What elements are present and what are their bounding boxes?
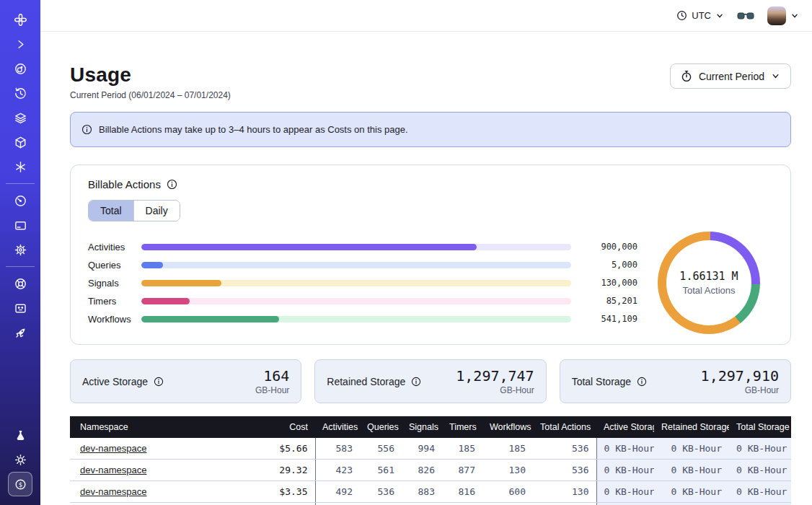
theme-sun-icon[interactable] — [8, 447, 32, 472]
col-cost: Cost — [265, 416, 315, 438]
col-total-actions: Total Actions — [533, 416, 596, 438]
col-total-storage: Total Storage — [729, 416, 791, 438]
support-lifebuoy-icon[interactable] — [8, 271, 32, 296]
cell-timers: 877 — [442, 460, 482, 481]
info-icon[interactable] — [154, 377, 164, 387]
cell-timers: 185 — [442, 438, 482, 460]
glasses-icon[interactable] — [737, 11, 754, 21]
info-icon — [81, 124, 92, 135]
donut-subtitle: Total Actions — [683, 285, 736, 296]
cell-queries: 561 — [360, 460, 402, 481]
cell-signals: 826 — [402, 460, 442, 481]
period-selector-button[interactable]: Current Period — [670, 63, 791, 89]
page-title: Usage — [70, 63, 231, 87]
svg-text:$: $ — [18, 480, 22, 488]
cell-queries: 556 — [360, 438, 402, 460]
chevron-down-icon — [715, 12, 724, 20]
labs-flask-icon[interactable] — [8, 423, 32, 447]
info-icon[interactable] — [167, 179, 177, 190]
total-storage-unit: GB-Hour — [701, 385, 779, 395]
bar-value: 541,109 — [580, 314, 637, 324]
account-menu[interactable] — [767, 6, 799, 25]
clock-icon — [676, 10, 687, 21]
tab-daily[interactable]: Daily — [133, 201, 180, 221]
timezone-selector[interactable]: UTC — [676, 10, 724, 21]
info-icon[interactable] — [411, 377, 421, 387]
bar-value: 130,000 — [580, 278, 637, 288]
cell-workflows: 600 — [482, 481, 533, 503]
bar-row-workflows: Workflows 541,109 — [88, 310, 637, 328]
page-subtitle: Current Period (06/01/2024 – 07/01/2024) — [70, 90, 231, 100]
bar-track — [141, 298, 571, 304]
cell-workflows: 185 — [482, 438, 533, 460]
cell-activities: 423 — [315, 460, 360, 481]
usage-coin-icon[interactable]: $ — [8, 472, 32, 496]
col-namespace: Namespace — [70, 416, 265, 438]
retained-storage-card: Retained Storage 1,297,747 GB-Hour — [314, 359, 546, 403]
retained-storage-unit: GB-Hour — [456, 385, 534, 395]
cell-total-actions: 536 — [533, 438, 596, 460]
sidebar-divider — [6, 266, 35, 267]
cell-activities: 492 — [315, 481, 360, 503]
info-banner: Billable Actions may take up to 3–4 hour… — [70, 112, 791, 147]
cell-cost: $3.35 — [265, 481, 315, 503]
cell-active-storage: 0 KB-Hour — [596, 438, 654, 460]
total-storage-value: 1,297,910 — [701, 367, 779, 385]
tab-total[interactable]: Total — [89, 201, 133, 221]
table-row-partial — [70, 503, 791, 505]
namespaces-icon[interactable] — [8, 56, 32, 81]
temporal-logo-icon[interactable] — [8, 7, 32, 32]
cell-cost: $5.66 — [265, 438, 315, 460]
total-storage-card: Total Storage 1,297,910 GB-Hour — [560, 359, 791, 403]
bar-track — [141, 316, 571, 322]
usage-gauge-icon[interactable] — [8, 188, 32, 213]
layers-icon[interactable] — [8, 105, 32, 130]
billable-actions-chart: Activities 900,000 Queries 5,000 Signals… — [88, 232, 773, 334]
namespace-link[interactable]: dev-namespace — [80, 465, 147, 475]
cell-total-storage: 0 KB-Hour — [729, 481, 791, 503]
bar-label: Signals — [88, 278, 141, 289]
bar-label: Activities — [88, 242, 141, 252]
active-storage-unit: GB-Hour — [255, 385, 289, 395]
namespace-usage-table: Namespace Cost Activities Queries Signal… — [70, 416, 791, 505]
cell-signals: 883 — [402, 481, 442, 503]
billing-card-icon[interactable] — [8, 213, 32, 237]
donut-center: 1.66131 M Total Actions — [666, 240, 751, 325]
bar-row-queries: Queries 5,000 — [88, 256, 637, 274]
bar-value: 85,201 — [580, 296, 637, 306]
avatar — [767, 6, 786, 25]
col-timers: Timers — [442, 416, 482, 438]
col-workflows: Workflows — [482, 416, 533, 438]
getting-started-rocket-icon[interactable] — [8, 320, 32, 345]
deployments-cube-icon[interactable] — [8, 130, 32, 154]
cell-total-storage: 0 KB-Hour — [729, 438, 791, 460]
table-row: dev-namespace $5.66 583 556 994 185 185 … — [70, 438, 791, 460]
sidebar: $ — [0, 0, 40, 505]
cell-signals: 994 — [402, 438, 442, 460]
info-icon[interactable] — [637, 377, 647, 387]
active-storage-label: Active Storage — [82, 376, 148, 387]
cell-total-actions: 130 — [533, 481, 596, 503]
schedules-clock-icon[interactable] — [8, 81, 32, 105]
cell-workflows: 130 — [482, 460, 533, 481]
total-storage-label: Total Storage — [572, 376, 632, 387]
namespace-link[interactable]: dev-namespace — [80, 443, 147, 454]
chevron-down-icon — [771, 71, 780, 81]
settings-gear-icon[interactable] — [8, 237, 32, 262]
col-active-storage: Active Storage — [596, 416, 654, 438]
nexus-asterisk-icon[interactable] — [8, 154, 32, 179]
bar-track — [141, 262, 571, 268]
bar-fill — [141, 280, 221, 286]
active-storage-card: Active Storage 164 GB-Hour — [70, 359, 301, 403]
namespace-link[interactable]: dev-namespace — [80, 486, 147, 497]
bar-row-activities: Activities 900,000 — [88, 238, 637, 256]
feedback-terminal-icon[interactable] — [8, 296, 32, 320]
expand-chevron-icon[interactable] — [8, 32, 32, 56]
cell-total-actions: 536 — [533, 460, 596, 481]
topbar: UTC — [40, 0, 812, 32]
bar-value: 5,000 — [580, 260, 637, 270]
timezone-label: UTC — [692, 10, 711, 21]
active-storage-value: 164 — [255, 367, 289, 385]
billable-actions-title: Billable Actions — [88, 178, 161, 190]
cell-cost: 29.32 — [265, 460, 315, 481]
